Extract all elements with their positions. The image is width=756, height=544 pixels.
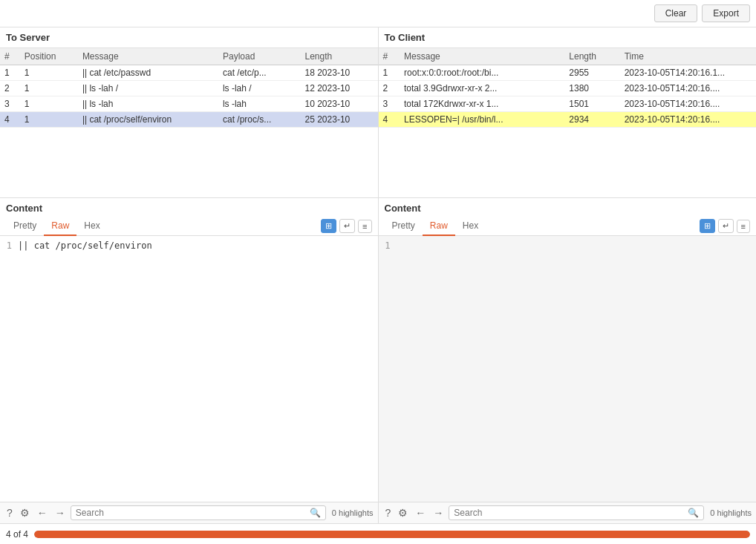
content-left-tab-bar: Pretty Raw Hex ⊞ ↵ ≡ bbox=[0, 217, 378, 236]
cell-time: 2023-10-05T14:20:16.... bbox=[620, 112, 756, 128]
search-input-right[interactable] bbox=[454, 508, 688, 518]
toolbar: Clear Export bbox=[0, 0, 756, 27]
cell-payload: ls -lah / bbox=[218, 81, 301, 96]
tab-pretty-right[interactable]: Pretty bbox=[385, 217, 423, 236]
cell-message: || cat /etc/passwd bbox=[78, 65, 218, 81]
forward-btn-right[interactable]: → bbox=[431, 505, 446, 520]
cell-message: LESSOPEN=| /usr/bin/l... bbox=[400, 112, 564, 128]
code-text-left: || cat /proc/self/environ bbox=[18, 239, 152, 253]
to-client-title: To Client bbox=[379, 27, 757, 48]
to-client-table: # Message Length Time 1 root:x:0:0:root:… bbox=[379, 48, 757, 128]
cell-length: 12 2023-10 bbox=[301, 81, 378, 96]
content-right-tab-bar: Pretty Raw Hex ⊞ ↵ ≡ bbox=[379, 217, 757, 236]
help-btn-left[interactable]: ? bbox=[4, 505, 15, 520]
cell-position: 1 bbox=[20, 112, 78, 128]
cell-payload: cat /etc/p... bbox=[218, 65, 301, 81]
col-length: Length bbox=[564, 48, 619, 65]
to-client-panel: To Client # Message Length Time 1 root:x… bbox=[379, 27, 757, 197]
cell-num: 3 bbox=[0, 96, 20, 112]
cell-num: 1 bbox=[0, 65, 20, 81]
line-number-left: 1 bbox=[3, 239, 18, 253]
menu-btn-right[interactable]: ≡ bbox=[737, 220, 750, 233]
to-client-table-wrapper[interactable]: # Message Length Time 1 root:x:0:0:root:… bbox=[379, 48, 757, 197]
back-btn-right[interactable]: ← bbox=[413, 505, 428, 520]
tab-hex-right[interactable]: Hex bbox=[455, 217, 486, 236]
to-server-table: # Position Message Payload Length 1 1 ||… bbox=[0, 48, 378, 128]
to-client-header-row: # Message Length Time bbox=[379, 48, 757, 65]
cell-length: 25 2023-10 bbox=[301, 112, 378, 128]
to-client-tbody: 1 root:x:0:0:root:/root:/bi... 2955 2023… bbox=[379, 65, 757, 128]
table-row[interactable]: 1 root:x:0:0:root:/root:/bi... 2955 2023… bbox=[379, 65, 757, 81]
cell-message: total 3.9Gdrwxr-xr-x 2... bbox=[400, 81, 564, 96]
gear-btn-left[interactable]: ⚙ bbox=[18, 505, 32, 520]
cell-message: total 172Kdrwxr-xr-x 1... bbox=[400, 96, 564, 112]
cell-payload: cat /proc/s... bbox=[218, 112, 301, 128]
footer-count: 4 of 4 bbox=[6, 529, 28, 540]
search-icon-left: 🔍 bbox=[310, 508, 321, 518]
table-row[interactable]: 1 1 || cat /etc/passwd cat /etc/p... 18 … bbox=[0, 65, 378, 81]
help-btn-right[interactable]: ? bbox=[383, 505, 394, 520]
to-server-header-row: # Position Message Payload Length bbox=[0, 48, 378, 65]
cell-length: 2934 bbox=[564, 112, 619, 128]
gear-btn-right[interactable]: ⚙ bbox=[396, 505, 410, 520]
cell-num: 4 bbox=[0, 112, 20, 128]
search-bar-left: ? ⚙ ← → 🔍 0 highlights bbox=[0, 502, 378, 523]
cell-payload: ls -lah bbox=[218, 96, 301, 112]
wrap-btn-left[interactable]: ↵ bbox=[339, 219, 355, 233]
table-row[interactable]: 4 1 || cat /proc/self/environ cat /proc/… bbox=[0, 112, 378, 128]
content-left-title: Content bbox=[0, 198, 378, 217]
clear-button[interactable]: Clear bbox=[654, 4, 698, 22]
cell-time: 2023-10-05T14:20:16.1... bbox=[620, 65, 756, 81]
tab-raw-left[interactable]: Raw bbox=[44, 217, 76, 236]
wrap-btn-right[interactable]: ↵ bbox=[718, 219, 734, 233]
table-row[interactable]: 2 total 3.9Gdrwxr-xr-x 2... 1380 2023-10… bbox=[379, 81, 757, 96]
back-btn-left[interactable]: ← bbox=[35, 505, 50, 520]
cell-num: 2 bbox=[379, 81, 400, 96]
col-num: # bbox=[0, 48, 20, 65]
cell-position: 1 bbox=[20, 65, 78, 81]
table-view-btn-right[interactable]: ⊞ bbox=[700, 219, 715, 233]
content-right-panel: Content Pretty Raw Hex ⊞ ↵ ≡ 1 ? ⚙ ← → � bbox=[379, 198, 757, 523]
tab-pretty-left[interactable]: Pretty bbox=[6, 217, 44, 236]
cell-message: || cat /proc/self/environ bbox=[78, 112, 218, 128]
col-time: Time bbox=[620, 48, 756, 65]
cell-num: 3 bbox=[379, 96, 400, 112]
col-message: Message bbox=[400, 48, 564, 65]
tab-raw-right[interactable]: Raw bbox=[423, 217, 455, 236]
bottom-panels: Content Pretty Raw Hex ⊞ ↵ ≡ 1 || cat /p… bbox=[0, 198, 756, 523]
cell-length: 2955 bbox=[564, 65, 619, 81]
search-bar-right: ? ⚙ ← → 🔍 0 highlights bbox=[379, 502, 757, 523]
content-right-area: 1 bbox=[379, 236, 757, 502]
cell-message: || ls -lah bbox=[78, 96, 218, 112]
export-button[interactable]: Export bbox=[702, 4, 750, 22]
cell-time: 2023-10-05T14:20:16.... bbox=[620, 81, 756, 96]
content-left-panel: Content Pretty Raw Hex ⊞ ↵ ≡ 1 || cat /p… bbox=[0, 198, 379, 523]
forward-btn-left[interactable]: → bbox=[53, 505, 68, 520]
tab-hex-left[interactable]: Hex bbox=[76, 217, 107, 236]
cell-position: 1 bbox=[20, 96, 78, 112]
highlights-label-left: 0 highlights bbox=[332, 508, 374, 517]
table-row[interactable]: 2 1 || ls -lah / ls -lah / 12 2023-10 bbox=[0, 81, 378, 96]
table-row[interactable]: 3 total 172Kdrwxr-xr-x 1... 1501 2023-10… bbox=[379, 96, 757, 112]
footer: 4 of 4 bbox=[0, 523, 756, 544]
to-server-panel: To Server # Position Message Payload Len… bbox=[0, 27, 379, 197]
search-input-wrapper-left: 🔍 bbox=[71, 505, 326, 520]
col-position: Position bbox=[20, 48, 78, 65]
to-server-table-wrapper[interactable]: # Position Message Payload Length 1 1 ||… bbox=[0, 48, 378, 197]
search-icon-right: 🔍 bbox=[688, 508, 699, 518]
cell-message: root:x:0:0:root:/root:/bi... bbox=[400, 65, 564, 81]
col-length: Length bbox=[301, 48, 378, 65]
table-view-btn-left[interactable]: ⊞ bbox=[321, 219, 336, 233]
col-payload: Payload bbox=[218, 48, 301, 65]
table-row[interactable]: 4 LESSOPEN=| /usr/bin/l... 2934 2023-10-… bbox=[379, 112, 757, 128]
cell-length: 1501 bbox=[564, 96, 619, 112]
cell-num: 2 bbox=[0, 81, 20, 96]
to-server-title: To Server bbox=[0, 27, 378, 48]
search-input-left[interactable] bbox=[76, 508, 310, 518]
content-left-tools: ⊞ ↵ ≡ bbox=[321, 219, 371, 233]
content-left-area: 1 || cat /proc/self/environ bbox=[0, 236, 378, 502]
code-line-1-left: 1 || cat /proc/self/environ bbox=[3, 239, 375, 253]
menu-btn-left[interactable]: ≡ bbox=[358, 220, 371, 233]
code-line-1-right: 1 bbox=[382, 239, 754, 253]
table-row[interactable]: 3 1 || ls -lah ls -lah 10 2023-10 bbox=[0, 96, 378, 112]
